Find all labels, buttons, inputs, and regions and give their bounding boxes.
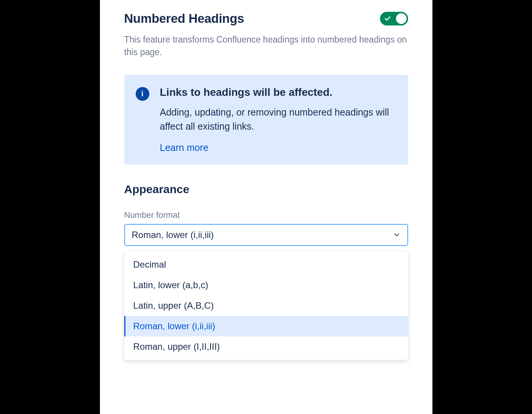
settings-panel: Numbered Headings This feature transform… <box>100 0 432 414</box>
number-format-select[interactable]: Roman, lower (i,ii,iii) <box>124 224 408 246</box>
feature-toggle[interactable] <box>380 12 408 25</box>
number-format-option[interactable]: Latin, upper (A,B,C) <box>124 295 408 316</box>
chevron-down-icon <box>393 231 401 239</box>
info-content: Links to headings will be affected. Addi… <box>160 86 397 153</box>
info-banner: i Links to headings will be affected. Ad… <box>124 75 408 165</box>
number-format-selected-value: Roman, lower (i,ii,iii) <box>132 230 214 240</box>
number-format-option[interactable]: Roman, upper (I,II,III) <box>124 336 408 357</box>
number-format-dropdown: Decimal Latin, lower (a,b,c) Latin, uppe… <box>124 251 408 360</box>
number-format-option[interactable]: Roman, lower (i,ii,iii) <box>124 316 408 336</box>
number-format-option[interactable]: Decimal <box>124 254 408 275</box>
feature-description: This feature transforms Confluence headi… <box>124 33 408 59</box>
info-banner-title: Links to headings will be affected. <box>160 86 397 98</box>
feature-title: Numbered Headings <box>124 11 244 26</box>
info-icon: i <box>136 87 149 101</box>
checkmark-icon <box>384 15 391 22</box>
info-banner-description: Adding, updating, or removing numbered h… <box>160 105 397 134</box>
learn-more-link[interactable]: Learn more <box>160 142 209 153</box>
appearance-section-title: Appearance <box>124 183 408 196</box>
feature-header: Numbered Headings <box>124 11 408 26</box>
toggle-knob <box>396 13 407 24</box>
number-format-label: Number format <box>124 210 408 220</box>
number-format-option[interactable]: Latin, lower (a,b,c) <box>124 275 408 295</box>
